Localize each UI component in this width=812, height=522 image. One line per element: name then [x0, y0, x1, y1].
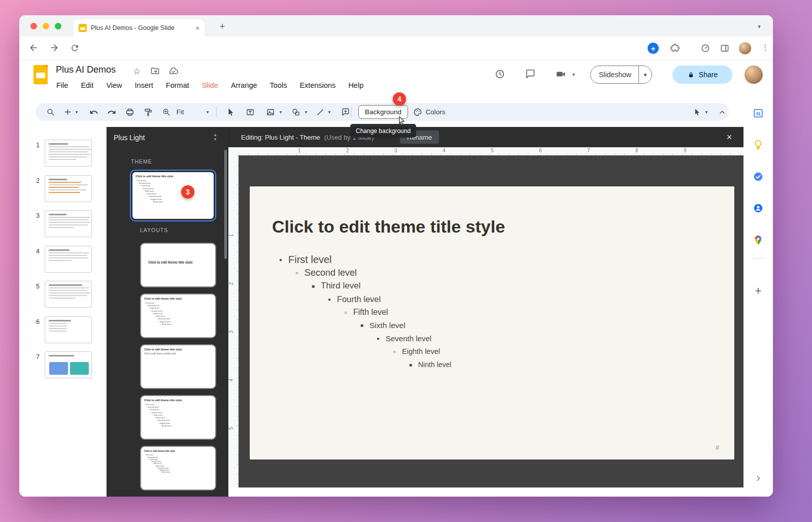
hide-side-panel-icon[interactable]	[752, 472, 764, 484]
slide-thumbnail-4[interactable]	[45, 246, 92, 273]
plus-ai-extension-icon[interactable]: +	[648, 43, 659, 54]
close-window-button[interactable]	[30, 23, 37, 29]
browser-menu-icon[interactable]: ⋮	[759, 42, 771, 54]
print-icon[interactable]	[123, 103, 137, 121]
contacts-icon[interactable]	[752, 202, 764, 214]
menu-file[interactable]: File	[56, 81, 68, 89]
bullet-level-7[interactable]: ●Seventh level	[250, 332, 734, 345]
tasks-icon[interactable]	[752, 171, 764, 183]
bullet-level-5[interactable]: ○Fifth level	[250, 306, 734, 319]
theme-colors-icon[interactable]	[411, 103, 424, 121]
search-menus-icon[interactable]	[44, 103, 57, 121]
insert-shape-chevron-icon[interactable]: ▾	[302, 103, 310, 121]
undo-icon[interactable]	[87, 103, 100, 121]
layout-thumbnail-title-body[interactable]: Click to edit theme title style First le…	[140, 293, 216, 338]
bullet-level-3[interactable]: ■Third level	[250, 280, 734, 293]
theme-sort-icon[interactable]: ▲▼	[213, 133, 217, 142]
redo-icon[interactable]	[105, 103, 118, 121]
menu-view[interactable]: View	[106, 81, 122, 89]
slideshow-chevron-icon[interactable]: ▾	[639, 72, 652, 78]
slide-body-placeholder[interactable]: ●First level ○Second level ■Third level …	[250, 253, 734, 371]
slide-canvas[interactable]: Click to edit theme title style ●First l…	[239, 155, 743, 487]
browser-profile-avatar[interactable]	[739, 42, 751, 54]
new-slide-chevron-icon[interactable]: ▾	[73, 103, 80, 121]
slide-editor[interactable]: Click to edit theme title style ●First l…	[250, 186, 734, 460]
menu-arrange[interactable]: Arrange	[231, 81, 257, 89]
reload-button[interactable]	[69, 42, 81, 54]
tab-search-chevron-icon[interactable]: ▾	[754, 21, 764, 31]
cloud-saved-icon[interactable]	[168, 66, 179, 76]
insert-comment-icon[interactable]	[339, 103, 352, 121]
pointer-chevron-icon[interactable]: ▾	[703, 103, 710, 121]
bullet-level-9[interactable]: ■Ninth level	[250, 358, 734, 371]
slideshow-button[interactable]: Slideshow ▾	[590, 66, 652, 84]
insert-line-chevron-icon[interactable]: ▾	[326, 103, 333, 121]
select-tool-icon[interactable]	[224, 103, 238, 121]
meet-chevron-icon[interactable]: ▾	[572, 72, 575, 77]
document-title[interactable]: Plus AI Demos	[56, 64, 116, 75]
calendar-icon[interactable]: 31	[752, 107, 764, 119]
get-add-ons-icon[interactable]: +	[752, 285, 764, 297]
extensions-puzzle-icon[interactable]	[669, 42, 681, 54]
menu-insert[interactable]: Insert	[135, 81, 153, 89]
slide-thumbnail-7[interactable]	[45, 351, 92, 378]
forward-button[interactable]	[48, 42, 60, 54]
performance-icon[interactable]	[699, 42, 712, 54]
minimize-window-button[interactable]	[43, 23, 49, 29]
bullet-level-8[interactable]: ○Eighth level	[250, 345, 734, 358]
zoom-icon[interactable]	[159, 103, 173, 121]
new-tab-button[interactable]: +	[216, 20, 228, 32]
insert-shape-icon[interactable]	[289, 103, 302, 121]
menu-slide[interactable]: Slide	[202, 81, 218, 89]
bullet-level-4[interactable]: ●Fourth level	[250, 292, 734, 306]
layout-thumbnail-title-body-2[interactable]: Click to edit theme title style First le…	[140, 395, 216, 440]
share-button[interactable]: Share	[672, 66, 732, 84]
slide-title-placeholder[interactable]: Click to edit theme title style	[272, 217, 505, 237]
theme-panel-scrollbar[interactable]	[224, 150, 227, 259]
slides-logo-icon[interactable]	[33, 65, 48, 84]
comments-icon[interactable]	[525, 69, 536, 80]
menu-tools[interactable]: Tools	[270, 81, 287, 89]
version-history-icon[interactable]	[494, 69, 505, 80]
zoom-fit-selector[interactable]: Fit	[173, 103, 188, 121]
side-panel-icon[interactable]	[719, 42, 731, 54]
meet-camera-icon[interactable]	[555, 69, 566, 80]
slide-thumbnail-3[interactable]	[45, 210, 92, 237]
insert-image-chevron-icon[interactable]: ▾	[277, 103, 284, 121]
maximize-window-button[interactable]	[55, 23, 61, 29]
browser-tab[interactable]: Plus AI Demos - Google Slide ×	[74, 19, 205, 37]
layout-thumbnail-title-subtitle[interactable]: Click to edit theme title style Click to…	[140, 344, 216, 389]
slide-thumbnail-2[interactable]	[45, 175, 92, 202]
back-button[interactable]	[27, 42, 40, 54]
slide-thumbnail-1[interactable]	[45, 140, 92, 167]
account-avatar[interactable]	[745, 66, 763, 84]
new-slide-icon[interactable]	[62, 103, 73, 121]
keep-icon[interactable]	[752, 139, 764, 151]
insert-line-icon[interactable]	[314, 103, 327, 121]
hide-menus-chevron-up-icon[interactable]	[716, 103, 729, 121]
zoom-fit-chevron-icon[interactable]: ▾	[204, 103, 211, 121]
tab-close-icon[interactable]: ×	[195, 24, 199, 32]
bullet-level-6[interactable]: ■Sixth level	[250, 319, 734, 332]
bullet-level-1[interactable]: ●First level	[250, 253, 734, 267]
move-to-folder-icon[interactable]	[150, 66, 160, 76]
slide-number-placeholder[interactable]: #	[716, 444, 719, 451]
paint-format-icon[interactable]	[142, 103, 155, 121]
text-box-icon[interactable]	[244, 103, 257, 121]
colors-button[interactable]: Colors	[424, 103, 447, 121]
layout-thumbnail-title[interactable]: Click to edit theme title style	[140, 243, 216, 287]
menu-edit[interactable]: Edit	[81, 81, 93, 89]
menu-help[interactable]: Help	[348, 81, 363, 89]
bullet-level-2[interactable]: ○Second level	[250, 267, 734, 280]
layout-thumbnail-dense-body[interactable]: Click to edit theme title style First le…	[140, 446, 216, 491]
slide-thumbnail-6[interactable]	[45, 316, 92, 343]
menu-extensions[interactable]: Extensions	[299, 81, 335, 89]
laser-pointer-icon[interactable]	[692, 103, 703, 121]
close-theme-editor-icon[interactable]: ×	[723, 131, 735, 143]
theme-master-thumbnail[interactable]: Click to edit theme title style First le…	[130, 170, 216, 221]
slide-thumbnail-5[interactable]	[45, 281, 92, 308]
maps-icon[interactable]	[752, 234, 764, 246]
menu-format[interactable]: Format	[166, 81, 189, 89]
star-document-icon[interactable]: ☆	[133, 66, 141, 77]
insert-image-icon[interactable]	[264, 103, 277, 121]
